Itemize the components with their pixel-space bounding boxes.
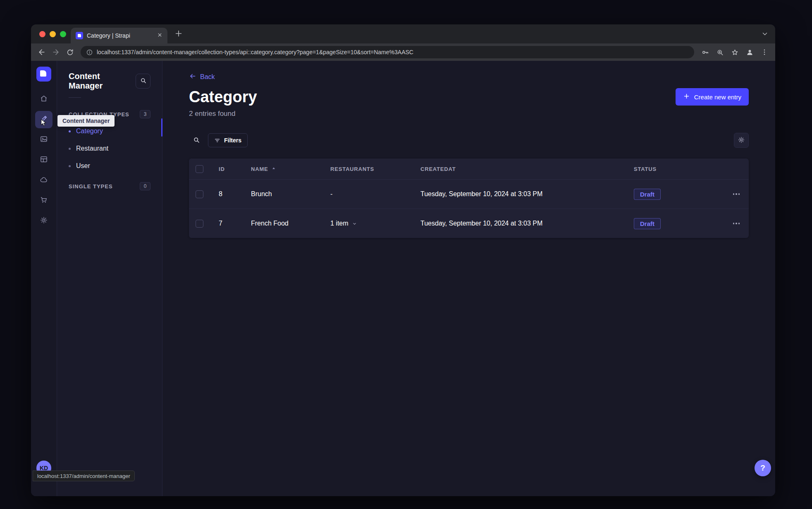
entries-table: ID NAME RESTAURANTS CREATEDAT STATUS 8 xyxy=(189,158,749,238)
zoom-icon[interactable] xyxy=(713,46,726,59)
close-window-button[interactable] xyxy=(39,31,45,37)
row-checkbox[interactable] xyxy=(196,220,203,228)
reload-icon[interactable] xyxy=(63,46,76,59)
content-type-builder-icon xyxy=(40,155,48,165)
home-icon xyxy=(40,94,48,104)
home-nav-item[interactable] xyxy=(35,91,53,108)
back-nav-icon[interactable] xyxy=(35,46,48,59)
strapi-favicon xyxy=(76,32,83,39)
subnav-search-button[interactable] xyxy=(136,74,150,89)
column-header-status[interactable]: STATUS xyxy=(634,166,716,172)
sidebar-item-restaurant[interactable]: Restaurant xyxy=(69,140,150,157)
strapi-admin: KD Content Manager COLLECTION TYPES 3 xyxy=(31,61,775,496)
create-new-entry-label: Create new entry xyxy=(694,94,741,101)
cell-restaurants[interactable]: 1 item xyxy=(330,220,420,227)
cell-name: Brunch xyxy=(251,190,330,198)
zoom-window-button[interactable] xyxy=(60,31,66,37)
browser-window: Category | Strapi localhost:1337/admin/c… xyxy=(31,24,775,496)
table-row[interactable]: 8 Brunch - Tuesday, September 10, 2024 a… xyxy=(189,179,749,209)
bullet-icon xyxy=(69,130,71,132)
link-status-bubble: localhost:1337/admin/content-manager xyxy=(33,471,135,481)
cloud-nav-item[interactable] xyxy=(35,172,53,189)
column-header-createdat[interactable]: CREATEDAT xyxy=(420,166,634,172)
profile-avatar-icon[interactable] xyxy=(743,46,756,59)
collection-types-count-badge: 3 xyxy=(140,110,150,118)
media-library-icon xyxy=(40,135,48,145)
minimize-window-button[interactable] xyxy=(50,31,56,37)
cell-createdat: Tuesday, September 10, 2024 at 3:03 PM xyxy=(420,220,634,227)
marketplace-cart-icon xyxy=(40,196,48,206)
tab-search-chevron-icon[interactable] xyxy=(761,30,769,39)
column-header-name[interactable]: NAME xyxy=(251,166,330,172)
table-row[interactable]: 7 French Food 1 item Tuesday, September … xyxy=(189,209,749,238)
marketplace-nav-item[interactable] xyxy=(35,192,53,209)
cell-id: 8 xyxy=(219,190,251,198)
tab-title: Category | Strapi xyxy=(87,32,153,39)
site-info-icon[interactable] xyxy=(86,49,93,56)
table-header-row: ID NAME RESTAURANTS CREATEDAT STATUS xyxy=(189,158,749,179)
cell-name: French Food xyxy=(251,220,330,227)
column-header-id[interactable]: ID xyxy=(219,166,251,172)
cell-id: 7 xyxy=(219,220,251,227)
column-header-name-label: NAME xyxy=(251,166,268,172)
cell-createdat: Tuesday, September 10, 2024 at 3:03 PM xyxy=(420,190,634,198)
filter-icon xyxy=(214,137,220,144)
media-library-nav-item[interactable] xyxy=(35,131,53,149)
browser-toolbar: localhost:1337/admin/content-manager/col… xyxy=(31,43,775,61)
cell-restaurants-label: 1 item xyxy=(330,220,349,227)
chevron-down-icon xyxy=(352,221,357,226)
select-all-checkbox[interactable] xyxy=(196,165,203,173)
status-badge: Draft xyxy=(634,189,661,200)
back-arrow-icon xyxy=(189,72,196,82)
password-key-icon[interactable] xyxy=(698,46,712,59)
mouse-cursor xyxy=(39,118,48,129)
create-new-entry-button[interactable]: Create new entry xyxy=(676,88,749,106)
sidebar-item-user[interactable]: User xyxy=(69,157,150,175)
column-header-restaurants[interactable]: RESTAURANTS xyxy=(330,166,420,172)
list-toolbar: Filters xyxy=(189,133,749,148)
filters-label: Filters xyxy=(224,137,241,144)
bullet-icon xyxy=(69,148,71,150)
content-manager-tooltip: Content Manager xyxy=(57,115,115,127)
browser-tab[interactable]: Category | Strapi xyxy=(71,28,167,43)
tab-strip: Category | Strapi xyxy=(31,24,775,43)
search-icon xyxy=(193,136,200,145)
row-checkbox[interactable] xyxy=(196,190,203,198)
new-tab-button[interactable] xyxy=(174,29,183,40)
content-type-builder-nav-item[interactable] xyxy=(35,151,53,169)
section-label: SINGLE TYPES xyxy=(69,183,113,190)
bookmark-star-icon[interactable] xyxy=(728,46,741,59)
browser-menu-icon[interactable] xyxy=(758,46,771,59)
cloud-icon xyxy=(40,175,48,185)
settings-nav-item[interactable] xyxy=(35,212,53,230)
plus-icon xyxy=(683,93,690,101)
back-link[interactable]: Back xyxy=(189,72,215,82)
status-badge: Draft xyxy=(634,218,661,229)
sidebar-item-label: User xyxy=(76,162,90,170)
sidebar-item-label: Category xyxy=(76,127,103,135)
entries-count-text: 2 entries found xyxy=(189,110,749,118)
gear-icon xyxy=(738,136,745,145)
row-actions-menu-icon[interactable] xyxy=(731,191,743,197)
settings-gear-icon xyxy=(40,216,48,226)
subnav-title: Content Manager xyxy=(69,72,136,91)
view-settings-button[interactable] xyxy=(734,133,749,148)
row-actions-menu-icon[interactable] xyxy=(731,220,743,227)
bullet-icon xyxy=(69,165,71,167)
subnav-divider xyxy=(69,97,81,98)
forward-nav-icon[interactable] xyxy=(49,46,62,59)
cell-restaurants: - xyxy=(330,190,420,198)
tab-close-icon[interactable] xyxy=(157,32,162,39)
sort-ascending-icon xyxy=(271,166,276,172)
url-text: localhost:1337/admin/content-manager/col… xyxy=(97,49,413,55)
address-bar[interactable]: localhost:1337/admin/content-manager/col… xyxy=(81,46,694,58)
page-title: Category xyxy=(189,87,257,106)
help-button[interactable]: ? xyxy=(755,460,771,476)
filters-button[interactable]: Filters xyxy=(208,133,248,147)
search-icon xyxy=(140,77,147,85)
strapi-logo[interactable] xyxy=(36,67,51,82)
list-search-button[interactable] xyxy=(189,133,204,148)
main-content: Back Category Create new entry 2 entries… xyxy=(162,61,775,496)
single-types-count-badge: 0 xyxy=(140,182,150,190)
toolbar-right-icons xyxy=(698,46,771,59)
